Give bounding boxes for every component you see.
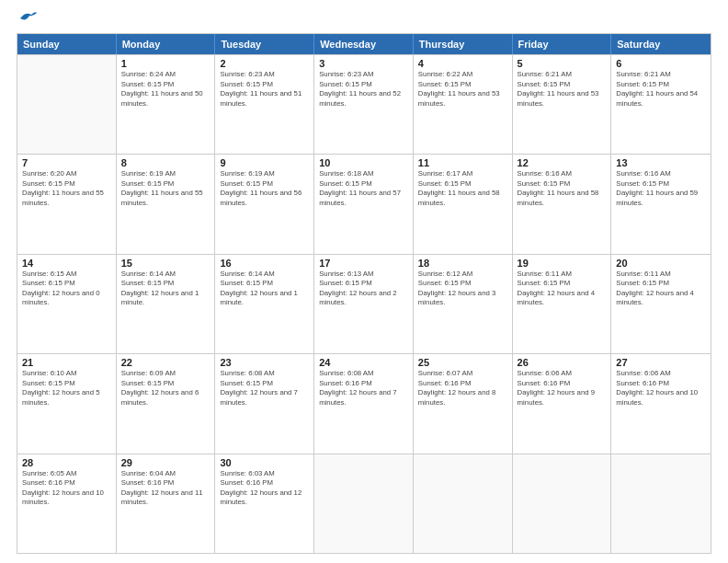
day-info: Sunrise: 6:06 AMSunset: 6:16 PMDaylight:… (518, 369, 607, 408)
day-info: Sunrise: 6:07 AMSunset: 6:16 PMDaylight:… (418, 369, 507, 408)
calendar-cell: 21 Sunrise: 6:10 AMSunset: 6:15 PMDaylig… (17, 354, 117, 453)
calendar-cell (513, 454, 612, 553)
calendar-cell: 18 Sunrise: 6:12 AMSunset: 6:15 PMDaylig… (414, 255, 513, 353)
weekday-header-thursday: Thursday (414, 34, 513, 54)
calendar-cell: 8 Sunrise: 6:19 AMSunset: 6:15 PMDayligh… (117, 155, 216, 253)
calendar-cell: 19 Sunrise: 6:11 AMSunset: 6:15 PMDaylig… (513, 255, 612, 353)
day-number: 6 (616, 58, 706, 69)
day-info: Sunrise: 6:16 AMSunset: 6:15 PMDaylight:… (518, 169, 607, 208)
calendar-cell: 16 Sunrise: 6:14 AMSunset: 6:15 PMDaylig… (215, 255, 314, 353)
day-info: Sunrise: 6:19 AMSunset: 6:15 PMDaylight:… (220, 169, 309, 208)
day-number: 2 (220, 58, 309, 69)
calendar-row-4: 21 Sunrise: 6:10 AMSunset: 6:15 PMDaylig… (17, 353, 711, 453)
day-number: 26 (518, 357, 607, 368)
day-info: Sunrise: 6:05 AMSunset: 6:16 PMDaylight:… (22, 469, 111, 508)
calendar-row-5: 28 Sunrise: 6:05 AMSunset: 6:16 PMDaylig… (17, 454, 711, 553)
weekday-header-tuesday: Tuesday (215, 34, 314, 54)
day-info: Sunrise: 6:12 AMSunset: 6:15 PMDaylight:… (418, 270, 507, 308)
calendar-cell: 26 Sunrise: 6:06 AMSunset: 6:16 PMDaylig… (513, 354, 612, 453)
day-info: Sunrise: 6:04 AMSunset: 6:16 PMDaylight:… (121, 469, 210, 508)
weekday-header-wednesday: Wednesday (314, 34, 414, 54)
day-info: Sunrise: 6:06 AMSunset: 6:16 PMDaylight:… (616, 369, 706, 408)
day-number: 20 (616, 258, 706, 269)
day-info: Sunrise: 6:09 AMSunset: 6:15 PMDaylight:… (121, 369, 210, 408)
day-number: 27 (616, 357, 706, 368)
day-info: Sunrise: 6:13 AMSunset: 6:15 PMDaylight:… (319, 270, 408, 308)
calendar-row-2: 7 Sunrise: 6:20 AMSunset: 6:15 PMDayligh… (17, 154, 711, 253)
calendar-cell: 23 Sunrise: 6:08 AMSunset: 6:15 PMDaylig… (215, 354, 314, 453)
day-number: 11 (418, 157, 507, 168)
calendar-cell: 7 Sunrise: 6:20 AMSunset: 6:15 PMDayligh… (17, 155, 117, 253)
day-number: 24 (319, 357, 408, 368)
calendar-cell (17, 55, 117, 154)
day-info: Sunrise: 6:14 AMSunset: 6:15 PMDaylight:… (121, 270, 210, 308)
day-number: 7 (22, 157, 111, 168)
weekday-header-sunday: Sunday (17, 34, 117, 54)
logo-bird-icon (18, 9, 39, 26)
calendar: SundayMondayTuesdayWednesdayThursdayFrid… (17, 33, 711, 554)
day-info: Sunrise: 6:20 AMSunset: 6:15 PMDaylight:… (22, 169, 111, 208)
day-info: Sunrise: 6:03 AMSunset: 6:16 PMDaylight:… (220, 469, 309, 508)
calendar-cell: 27 Sunrise: 6:06 AMSunset: 6:16 PMDaylig… (611, 354, 711, 453)
day-info: Sunrise: 6:17 AMSunset: 6:15 PMDaylight:… (418, 169, 507, 208)
calendar-cell: 29 Sunrise: 6:04 AMSunset: 6:16 PMDaylig… (117, 454, 216, 553)
day-info: Sunrise: 6:23 AMSunset: 6:15 PMDaylight:… (220, 70, 309, 109)
day-info: Sunrise: 6:16 AMSunset: 6:15 PMDaylight:… (616, 169, 706, 208)
header (17, 17, 711, 26)
day-info: Sunrise: 6:15 AMSunset: 6:15 PMDaylight:… (22, 270, 111, 308)
calendar-cell: 5 Sunrise: 6:21 AMSunset: 6:15 PMDayligh… (513, 55, 612, 154)
calendar-row-3: 14 Sunrise: 6:15 AMSunset: 6:15 PMDaylig… (17, 254, 711, 353)
calendar-cell: 25 Sunrise: 6:07 AMSunset: 6:16 PMDaylig… (414, 354, 513, 453)
day-number: 4 (418, 58, 507, 69)
day-number: 25 (418, 357, 507, 368)
day-number: 8 (121, 157, 210, 168)
day-number: 18 (418, 258, 507, 269)
day-info: Sunrise: 6:10 AMSunset: 6:15 PMDaylight:… (22, 369, 111, 408)
day-number: 5 (518, 58, 607, 69)
day-number: 22 (121, 357, 210, 368)
day-number: 28 (22, 457, 111, 468)
calendar-cell: 13 Sunrise: 6:16 AMSunset: 6:15 PMDaylig… (611, 155, 711, 253)
calendar-cell: 2 Sunrise: 6:23 AMSunset: 6:15 PMDayligh… (215, 55, 314, 154)
calendar-cell: 17 Sunrise: 6:13 AMSunset: 6:15 PMDaylig… (314, 255, 414, 353)
weekday-header-friday: Friday (513, 34, 612, 54)
day-number: 3 (319, 58, 408, 69)
page: SundayMondayTuesdayWednesdayThursdayFrid… (0, 0, 728, 563)
calendar-cell (611, 454, 711, 553)
calendar-cell: 24 Sunrise: 6:08 AMSunset: 6:16 PMDaylig… (314, 354, 414, 453)
calendar-cell: 14 Sunrise: 6:15 AMSunset: 6:15 PMDaylig… (17, 255, 117, 353)
calendar-cell (414, 454, 513, 553)
day-info: Sunrise: 6:11 AMSunset: 6:15 PMDaylight:… (616, 270, 706, 308)
calendar-cell: 1 Sunrise: 6:24 AMSunset: 6:15 PMDayligh… (117, 55, 216, 154)
day-number: 17 (319, 258, 408, 269)
day-number: 13 (616, 157, 706, 168)
calendar-row-1: 1 Sunrise: 6:24 AMSunset: 6:15 PMDayligh… (17, 54, 711, 154)
day-info: Sunrise: 6:18 AMSunset: 6:15 PMDaylight:… (319, 169, 408, 208)
day-number: 12 (518, 157, 607, 168)
day-info: Sunrise: 6:23 AMSunset: 6:15 PMDaylight:… (319, 70, 408, 109)
calendar-cell: 22 Sunrise: 6:09 AMSunset: 6:15 PMDaylig… (117, 354, 216, 453)
calendar-cell: 3 Sunrise: 6:23 AMSunset: 6:15 PMDayligh… (314, 55, 414, 154)
calendar-cell: 12 Sunrise: 6:16 AMSunset: 6:15 PMDaylig… (513, 155, 612, 253)
day-number: 14 (22, 258, 111, 269)
calendar-cell: 20 Sunrise: 6:11 AMSunset: 6:15 PMDaylig… (611, 255, 711, 353)
day-number: 29 (121, 457, 210, 468)
calendar-cell (314, 454, 414, 553)
day-number: 9 (220, 157, 309, 168)
calendar-cell: 11 Sunrise: 6:17 AMSunset: 6:15 PMDaylig… (414, 155, 513, 253)
calendar-cell: 4 Sunrise: 6:22 AMSunset: 6:15 PMDayligh… (414, 55, 513, 154)
day-info: Sunrise: 6:22 AMSunset: 6:15 PMDaylight:… (418, 70, 507, 109)
weekday-header-monday: Monday (117, 34, 216, 54)
day-number: 19 (518, 258, 607, 269)
day-number: 15 (121, 258, 210, 269)
calendar-cell: 28 Sunrise: 6:05 AMSunset: 6:16 PMDaylig… (17, 454, 117, 553)
calendar-body: 1 Sunrise: 6:24 AMSunset: 6:15 PMDayligh… (17, 54, 711, 553)
day-info: Sunrise: 6:24 AMSunset: 6:15 PMDaylight:… (121, 70, 210, 109)
day-info: Sunrise: 6:21 AMSunset: 6:15 PMDaylight:… (616, 70, 706, 109)
day-number: 23 (220, 357, 309, 368)
calendar-cell: 6 Sunrise: 6:21 AMSunset: 6:15 PMDayligh… (611, 55, 711, 154)
calendar-header: SundayMondayTuesdayWednesdayThursdayFrid… (17, 34, 711, 54)
calendar-cell: 15 Sunrise: 6:14 AMSunset: 6:15 PMDaylig… (117, 255, 216, 353)
day-info: Sunrise: 6:11 AMSunset: 6:15 PMDaylight:… (518, 270, 607, 308)
logo (17, 17, 39, 26)
